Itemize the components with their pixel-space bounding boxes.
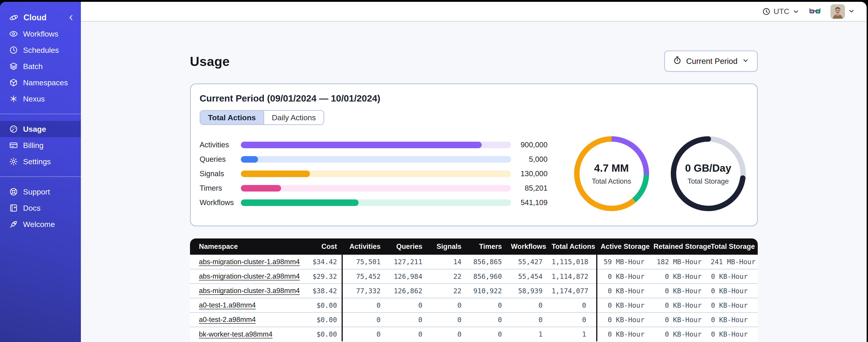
- sidebar-item-label: Usage: [23, 125, 46, 134]
- value-cell: $0.00: [292, 327, 342, 341]
- bar-fill: [241, 199, 359, 206]
- table-row: abs-migration-cluster-2.a98mm4$29.3275,4…: [190, 269, 758, 283]
- tab-total-actions[interactable]: Total Actions: [200, 111, 264, 124]
- support-icon: [9, 187, 18, 196]
- value-cell: 0 KB-Hour: [649, 283, 706, 298]
- namespace-link[interactable]: a0-test-2.a98mm4: [199, 316, 256, 323]
- column-header: Queries: [385, 238, 427, 255]
- column-header: Timers: [466, 238, 506, 255]
- sidebar-item-workflows[interactable]: Workflows: [0, 26, 81, 42]
- sidebar-item-label: Schedules: [23, 46, 59, 55]
- bar-track: [241, 156, 511, 163]
- value-cell: 1,115,018: [547, 255, 596, 269]
- value-cell: 0: [342, 327, 385, 341]
- batch-icon: [9, 62, 18, 71]
- value-cell: 0: [466, 298, 506, 312]
- value-cell: 0: [547, 312, 596, 327]
- dev-glasses-toggle[interactable]: [809, 8, 820, 15]
- sidebar-collapse-icon[interactable]: [67, 14, 75, 22]
- namespace-link[interactable]: abs-migration-cluster-2.a98mm4: [199, 272, 300, 280]
- value-cell: 59 MB-Hour: [596, 255, 649, 269]
- table-row: a0-test-1.a98mm4$0.000000000 KB-Hour0 KB…: [190, 298, 758, 312]
- bar-fill: [241, 185, 281, 192]
- sidebar-item-nexus[interactable]: Nexus: [0, 91, 81, 107]
- value-cell: 856,960: [466, 269, 506, 283]
- sidebar-item-label: Settings: [23, 157, 51, 166]
- sidebar-item-label: Workflows: [23, 30, 58, 38]
- column-header: Activities: [342, 238, 385, 255]
- namespace-link[interactable]: bk-worker-test.a98mm4: [199, 330, 273, 338]
- usage-bar-row: Timers85,201: [200, 181, 548, 195]
- value-cell: 1: [547, 327, 596, 341]
- sidebar-item-welcome[interactable]: Welcome: [0, 216, 81, 232]
- donut-value: 0 GB/Day: [685, 162, 731, 174]
- sidebar-item-schedules[interactable]: Schedules: [0, 42, 81, 58]
- value-cell: 0 KB-Hour: [596, 298, 649, 312]
- value-cell: 0 KB-Hour: [649, 327, 706, 341]
- namespace-cell: abs-migration-cluster-1.a98mm4: [190, 255, 292, 269]
- sidebar-item-namespaces[interactable]: Namespaces: [0, 74, 81, 91]
- bar-label: Activities: [200, 141, 241, 149]
- current-period-card: Current Period (09/01/2024 — 10/01/2024)…: [190, 83, 758, 226]
- table-row: abs-migration-cluster-3.a98mm4$38.4277,3…: [190, 283, 758, 298]
- total-storage-donut: 0 GB/DayTotal Storage: [669, 134, 748, 213]
- sidebar-brand: Cloud: [0, 9, 81, 26]
- bar-value: 85,201: [511, 184, 548, 193]
- sidebar-item-support[interactable]: Support: [0, 184, 81, 200]
- sidebar-item-billing[interactable]: Billing: [0, 137, 81, 153]
- value-cell: 126,984: [385, 269, 427, 283]
- value-cell: 1: [506, 327, 547, 341]
- sidebar-item-settings[interactable]: Settings: [0, 153, 81, 170]
- sidebar-item-label: Support: [23, 187, 50, 196]
- value-cell: 0 KB-Hour: [706, 327, 758, 341]
- namespace-cell: a0-test-2.a98mm4: [190, 312, 292, 327]
- table-divider: [596, 255, 597, 341]
- sidebar-item-batch[interactable]: Batch: [0, 58, 81, 74]
- period-selector-button[interactable]: Current Period: [664, 50, 758, 72]
- namespace-link[interactable]: abs-migration-cluster-1.a98mm4: [199, 258, 300, 266]
- bar-value: 541,109: [511, 198, 548, 207]
- bar-fill: [241, 156, 258, 163]
- namespace-link[interactable]: abs-migration-cluster-3.a98mm4: [199, 287, 300, 295]
- chevron-down-icon: [742, 57, 749, 66]
- sidebar-item-docs[interactable]: Docs: [0, 200, 81, 216]
- column-header: Active Storage: [596, 238, 649, 255]
- value-cell: 77,332: [342, 283, 385, 298]
- value-cell: 0: [427, 327, 466, 341]
- namespace-link[interactable]: a0-test-1.a98mm4: [199, 301, 256, 309]
- bar-value: 130,000: [511, 169, 548, 178]
- sidebar-separator: [0, 114, 81, 114]
- value-cell: 22: [427, 269, 466, 283]
- temporal-logo-icon: [9, 13, 19, 22]
- value-cell: 241 MB-Hour: [706, 255, 758, 269]
- value-cell: 22: [427, 283, 466, 298]
- main-content: Usage Current Period Current Period (09/…: [81, 22, 867, 342]
- value-cell: 0 KB-Hour: [706, 298, 758, 312]
- table-row: bk-worker-test.a98mm4$0.000000110 KB-Hou…: [190, 327, 758, 341]
- bar-track: [241, 171, 511, 177]
- namespace-usage-table: NamespaceCostActivitiesQueriesSignalsTim…: [190, 238, 758, 341]
- sidebar: Cloud WorkflowsSchedulesBatchNamespacesN…: [0, 2, 81, 342]
- account-menu[interactable]: [831, 4, 855, 19]
- value-cell: 0 KB-Hour: [596, 312, 649, 327]
- sidebar-item-label: Nexus: [23, 95, 45, 103]
- sidebar-item-usage[interactable]: Usage: [0, 121, 81, 137]
- glasses-icon: [809, 8, 820, 15]
- value-cell: 0 KB-Hour: [706, 312, 758, 327]
- sidebar-item-label: Docs: [23, 204, 40, 212]
- bar-label: Signals: [200, 169, 241, 178]
- value-cell: 75,452: [342, 269, 385, 283]
- topbar: UTC: [81, 2, 867, 22]
- value-cell: 0: [385, 298, 427, 312]
- value-cell: 14: [427, 255, 466, 269]
- nexus-icon: [9, 94, 18, 103]
- tab-daily-actions[interactable]: Daily Actions: [264, 111, 323, 124]
- usage-bar-row: Queries5,000: [200, 152, 548, 167]
- value-cell: 1,114,872: [547, 269, 596, 283]
- clock-icon: [762, 7, 770, 15]
- table-header-row: NamespaceCostActivitiesQueriesSignalsTim…: [190, 238, 758, 255]
- timezone-selector[interactable]: UTC: [762, 7, 799, 16]
- value-cell: $0.00: [292, 312, 342, 327]
- value-cell: 0 KB-Hour: [649, 298, 706, 312]
- billing-icon: [9, 141, 18, 150]
